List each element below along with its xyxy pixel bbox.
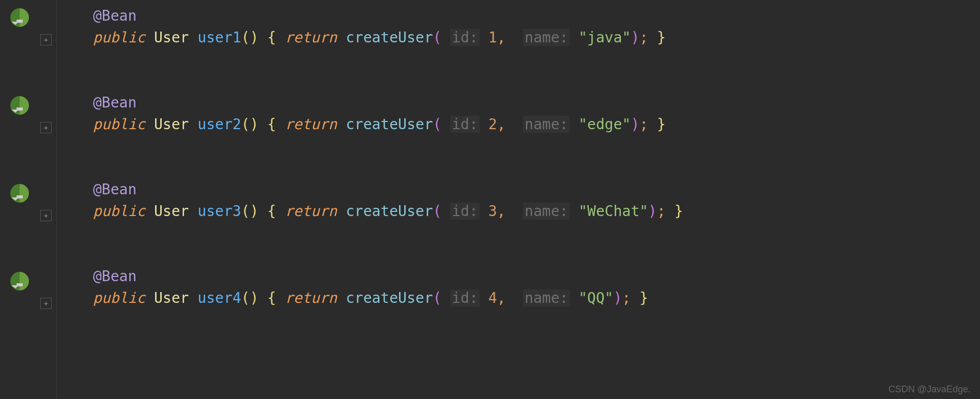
param-hint: name: [523, 116, 570, 133]
paren-open: ( [433, 203, 442, 220]
bean-gutter-icon[interactable] [9, 183, 30, 204]
paren-close: ) [631, 29, 639, 46]
comma: , [497, 29, 506, 46]
paren-open: ( [433, 29, 442, 46]
paren-close: ) [631, 116, 639, 133]
type-name: User [154, 289, 189, 306]
code-content[interactable]: @Bean public User user1() { return creat… [57, 0, 980, 399]
code-line: @Bean [93, 5, 980, 27]
comma: , [497, 203, 506, 220]
string-literal: "QQ" [578, 289, 613, 306]
annotation: @Bean [93, 268, 136, 285]
svg-rect-1 [17, 108, 23, 111]
brace-open: { [267, 203, 276, 220]
method-name: user1 [197, 29, 241, 46]
method-name: user4 [197, 289, 241, 306]
semicolon: ; [639, 29, 648, 46]
svg-rect-3 [17, 283, 23, 286]
type-name: User [154, 29, 189, 46]
string-literal: "WeChat" [578, 203, 648, 220]
code-line: public User user2() { return createUser(… [93, 114, 980, 135]
keyword-return: return [285, 203, 337, 220]
method-call: createUser [346, 29, 433, 46]
number-literal: 3 [488, 203, 497, 220]
svg-rect-2 [17, 195, 23, 198]
param-hint: id: [450, 203, 480, 220]
fold-plus: + [44, 300, 48, 307]
param-hint: name: [523, 289, 570, 306]
paren-open: () [241, 203, 259, 220]
annotation: @Bean [93, 94, 136, 111]
paren-close: ) [614, 289, 622, 306]
paren-open: () [241, 116, 259, 133]
type-name: User [154, 116, 189, 133]
code-line: @Bean [93, 179, 980, 201]
bean-gutter-icon[interactable] [9, 7, 30, 28]
paren-close: ) [648, 203, 657, 220]
code-line: @Bean [93, 92, 980, 114]
bean-gutter-icon[interactable] [9, 95, 30, 116]
method-name: user2 [197, 116, 241, 133]
number-literal: 2 [488, 116, 497, 133]
bean-block: @Bean public User user3() { return creat… [93, 179, 980, 222]
fold-plus: + [44, 36, 48, 43]
paren-open: () [241, 289, 259, 306]
brace-open: { [267, 29, 276, 46]
bean-gutter-icon[interactable] [9, 271, 30, 291]
param-hint: id: [450, 29, 480, 46]
comma: , [497, 289, 506, 306]
brace-close: } [675, 203, 683, 220]
semicolon: ; [639, 116, 648, 133]
brace-open: { [267, 116, 276, 133]
annotation: @Bean [93, 7, 136, 24]
keyword-public: public [93, 29, 145, 46]
keyword-return: return [285, 116, 337, 133]
bean-block: @Bean public User user4() { return creat… [93, 266, 980, 309]
number-literal: 1 [488, 29, 497, 46]
svg-rect-0 [17, 20, 23, 23]
method-call: createUser [346, 203, 433, 220]
keyword-public: public [93, 289, 145, 306]
code-line: @Bean [93, 266, 980, 287]
annotation: @Bean [93, 181, 136, 198]
keyword-public: public [93, 203, 145, 220]
param-hint: name: [523, 203, 570, 220]
fold-marker[interactable]: + [40, 210, 52, 221]
type-name: User [154, 203, 189, 220]
keyword-return: return [285, 289, 337, 306]
bean-block: @Bean public User user2() { return creat… [93, 92, 980, 135]
paren-open: ( [433, 289, 442, 306]
brace-close: } [657, 116, 666, 133]
string-literal: "java" [578, 29, 631, 46]
watermark-text: CSDN @JavaEdge. [889, 384, 971, 395]
fold-marker[interactable]: + [40, 298, 52, 309]
paren-open: () [241, 29, 259, 46]
method-call: createUser [346, 116, 433, 133]
semicolon: ; [622, 289, 631, 306]
string-literal: "edge" [578, 116, 631, 133]
param-hint: id: [450, 289, 480, 306]
fold-plus: + [44, 124, 48, 131]
code-line: public User user1() { return createUser(… [93, 27, 980, 49]
brace-close: } [657, 29, 666, 46]
method-call: createUser [346, 289, 433, 306]
comma: , [497, 116, 506, 133]
keyword-return: return [285, 29, 337, 46]
number-literal: 4 [488, 289, 497, 306]
code-line: public User user3() { return createUser(… [93, 201, 980, 222]
param-hint: name: [523, 29, 570, 46]
editor-gutter: + + + [0, 0, 57, 399]
code-editor: + + + [0, 0, 980, 399]
method-name: user3 [197, 203, 241, 220]
fold-plus: + [44, 212, 48, 219]
param-hint: id: [450, 116, 480, 133]
paren-open: ( [433, 116, 442, 133]
brace-close: } [639, 289, 648, 306]
semicolon: ; [657, 203, 666, 220]
brace-open: { [267, 289, 276, 306]
bean-block: @Bean public User user1() { return creat… [93, 5, 980, 49]
code-line: public User user4() { return createUser(… [93, 287, 980, 309]
fold-marker[interactable]: + [40, 34, 52, 45]
keyword-public: public [93, 116, 145, 133]
fold-marker[interactable]: + [40, 122, 52, 133]
